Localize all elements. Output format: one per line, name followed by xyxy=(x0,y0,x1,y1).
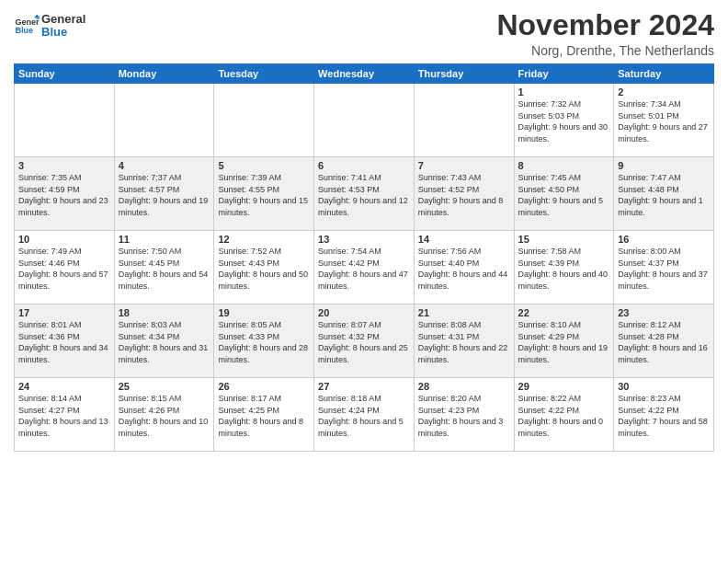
col-tuesday: Tuesday xyxy=(214,64,314,84)
calendar-week-row: 17Sunrise: 8:01 AMSunset: 4:36 PMDayligh… xyxy=(15,304,714,378)
day-number: 13 xyxy=(318,234,410,245)
day-number: 24 xyxy=(18,381,110,392)
day-number: 6 xyxy=(318,160,410,171)
day-number: 22 xyxy=(518,307,610,318)
table-row xyxy=(15,84,115,157)
table-row: 21Sunrise: 8:08 AMSunset: 4:31 PMDayligh… xyxy=(414,304,514,378)
day-info: Sunrise: 7:49 AMSunset: 4:46 PMDaylight:… xyxy=(18,246,110,292)
col-thursday: Thursday xyxy=(414,64,514,84)
day-number: 7 xyxy=(418,160,510,171)
table-row: 13Sunrise: 7:54 AMSunset: 4:42 PMDayligh… xyxy=(314,231,415,304)
day-info: Sunrise: 8:20 AMSunset: 4:23 PMDaylight:… xyxy=(418,393,510,439)
table-row: 5Sunrise: 7:39 AMSunset: 4:55 PMDaylight… xyxy=(214,157,314,231)
table-row xyxy=(114,84,214,157)
logo: General Blue General Blue xyxy=(14,13,85,40)
table-row: 25Sunrise: 8:15 AMSunset: 4:26 PMDayligh… xyxy=(114,378,214,452)
table-row: 18Sunrise: 8:03 AMSunset: 4:34 PMDayligh… xyxy=(114,304,214,378)
day-number: 20 xyxy=(318,307,410,318)
calendar-week-row: 1Sunrise: 7:32 AMSunset: 5:03 PMDaylight… xyxy=(15,84,714,157)
day-info: Sunrise: 8:14 AMSunset: 4:27 PMDaylight:… xyxy=(18,393,110,439)
table-row: 29Sunrise: 8:22 AMSunset: 4:22 PMDayligh… xyxy=(514,378,614,452)
day-number: 27 xyxy=(318,381,410,392)
col-wednesday: Wednesday xyxy=(314,64,415,84)
day-info: Sunrise: 7:54 AMSunset: 4:42 PMDaylight:… xyxy=(318,246,410,292)
day-info: Sunrise: 7:37 AMSunset: 4:57 PMDaylight:… xyxy=(119,172,210,218)
table-row: 27Sunrise: 8:18 AMSunset: 4:24 PMDayligh… xyxy=(314,378,415,452)
day-number: 8 xyxy=(518,160,610,171)
table-row: 16Sunrise: 8:00 AMSunset: 4:37 PMDayligh… xyxy=(614,231,714,304)
day-info: Sunrise: 7:35 AMSunset: 4:59 PMDaylight:… xyxy=(18,172,110,218)
day-info: Sunrise: 8:10 AMSunset: 4:29 PMDaylight:… xyxy=(518,319,610,365)
calendar-header-row: Sunday Monday Tuesday Wednesday Thursday… xyxy=(15,64,714,84)
day-info: Sunrise: 7:45 AMSunset: 4:50 PMDaylight:… xyxy=(518,172,610,218)
table-row: 7Sunrise: 7:43 AMSunset: 4:52 PMDaylight… xyxy=(414,157,514,231)
month-title: November 2024 xyxy=(496,9,714,41)
table-row: 4Sunrise: 7:37 AMSunset: 4:57 PMDaylight… xyxy=(114,157,214,231)
table-row: 1Sunrise: 7:32 AMSunset: 5:03 PMDaylight… xyxy=(514,84,614,157)
col-monday: Monday xyxy=(114,64,214,84)
day-number: 28 xyxy=(418,381,510,392)
day-number: 12 xyxy=(218,234,310,245)
day-info: Sunrise: 7:56 AMSunset: 4:40 PMDaylight:… xyxy=(418,246,510,292)
table-row: 11Sunrise: 7:50 AMSunset: 4:45 PMDayligh… xyxy=(114,231,214,304)
table-row: 17Sunrise: 8:01 AMSunset: 4:36 PMDayligh… xyxy=(15,304,115,378)
day-number: 3 xyxy=(18,160,110,171)
table-row: 20Sunrise: 8:07 AMSunset: 4:32 PMDayligh… xyxy=(314,304,415,378)
day-number: 11 xyxy=(119,234,210,245)
table-row: 15Sunrise: 7:58 AMSunset: 4:39 PMDayligh… xyxy=(514,231,614,304)
logo-text-blue: Blue xyxy=(41,26,85,39)
table-row: 9Sunrise: 7:47 AMSunset: 4:48 PMDaylight… xyxy=(614,157,714,231)
day-info: Sunrise: 8:22 AMSunset: 4:22 PMDaylight:… xyxy=(518,393,610,439)
table-row: 2Sunrise: 7:34 AMSunset: 5:01 PMDaylight… xyxy=(614,84,714,157)
day-info: Sunrise: 7:32 AMSunset: 5:03 PMDaylight:… xyxy=(518,98,610,144)
day-info: Sunrise: 8:07 AMSunset: 4:32 PMDaylight:… xyxy=(318,319,410,365)
table-row: 22Sunrise: 8:10 AMSunset: 4:29 PMDayligh… xyxy=(514,304,614,378)
col-sunday: Sunday xyxy=(15,64,115,84)
table-row: 3Sunrise: 7:35 AMSunset: 4:59 PMDaylight… xyxy=(15,157,115,231)
svg-text:General: General xyxy=(15,17,40,27)
day-number: 29 xyxy=(518,381,610,392)
table-row: 8Sunrise: 7:45 AMSunset: 4:50 PMDaylight… xyxy=(514,157,614,231)
day-number: 26 xyxy=(218,381,310,392)
day-info: Sunrise: 7:41 AMSunset: 4:53 PMDaylight:… xyxy=(318,172,410,218)
table-row: 10Sunrise: 7:49 AMSunset: 4:46 PMDayligh… xyxy=(15,231,115,304)
table-row xyxy=(314,84,415,157)
table-row xyxy=(214,84,314,157)
day-number: 15 xyxy=(518,234,610,245)
day-info: Sunrise: 7:43 AMSunset: 4:52 PMDaylight:… xyxy=(418,172,510,218)
table-row: 30Sunrise: 8:23 AMSunset: 4:22 PMDayligh… xyxy=(614,378,714,452)
day-number: 5 xyxy=(218,160,310,171)
location: Norg, Drenthe, The Netherlands xyxy=(496,43,714,58)
day-info: Sunrise: 8:01 AMSunset: 4:36 PMDaylight:… xyxy=(18,319,110,365)
day-number: 9 xyxy=(618,160,710,171)
day-number: 18 xyxy=(119,307,210,318)
day-number: 30 xyxy=(618,381,710,392)
day-info: Sunrise: 8:12 AMSunset: 4:28 PMDaylight:… xyxy=(618,319,710,365)
table-row: 6Sunrise: 7:41 AMSunset: 4:53 PMDaylight… xyxy=(314,157,415,231)
day-info: Sunrise: 8:18 AMSunset: 4:24 PMDaylight:… xyxy=(318,393,410,439)
day-number: 19 xyxy=(218,307,310,318)
day-number: 21 xyxy=(418,307,510,318)
day-info: Sunrise: 7:58 AMSunset: 4:39 PMDaylight:… xyxy=(518,246,610,292)
logo-icon: General Blue xyxy=(14,13,40,39)
day-number: 23 xyxy=(618,307,710,318)
day-info: Sunrise: 8:17 AMSunset: 4:25 PMDaylight:… xyxy=(218,393,310,439)
day-info: Sunrise: 8:03 AMSunset: 4:34 PMDaylight:… xyxy=(119,319,210,365)
table-row: 23Sunrise: 8:12 AMSunset: 4:28 PMDayligh… xyxy=(614,304,714,378)
col-friday: Friday xyxy=(514,64,614,84)
day-number: 14 xyxy=(418,234,510,245)
table-row xyxy=(414,84,514,157)
table-row: 14Sunrise: 7:56 AMSunset: 4:40 PMDayligh… xyxy=(414,231,514,304)
day-info: Sunrise: 8:00 AMSunset: 4:37 PMDaylight:… xyxy=(618,246,710,292)
day-number: 16 xyxy=(618,234,710,245)
calendar-week-row: 3Sunrise: 7:35 AMSunset: 4:59 PMDaylight… xyxy=(15,157,714,231)
day-number: 4 xyxy=(119,160,210,171)
title-area: November 2024 Norg, Drenthe, The Netherl… xyxy=(496,9,714,58)
day-info: Sunrise: 8:05 AMSunset: 4:33 PMDaylight:… xyxy=(218,319,310,365)
day-info: Sunrise: 8:15 AMSunset: 4:26 PMDaylight:… xyxy=(119,393,210,439)
table-row: 24Sunrise: 8:14 AMSunset: 4:27 PMDayligh… xyxy=(15,378,115,452)
day-number: 10 xyxy=(18,234,110,245)
day-info: Sunrise: 7:39 AMSunset: 4:55 PMDaylight:… xyxy=(218,172,310,218)
day-info: Sunrise: 7:50 AMSunset: 4:45 PMDaylight:… xyxy=(119,246,210,292)
page: General Blue General Blue November 2024 … xyxy=(0,0,728,563)
